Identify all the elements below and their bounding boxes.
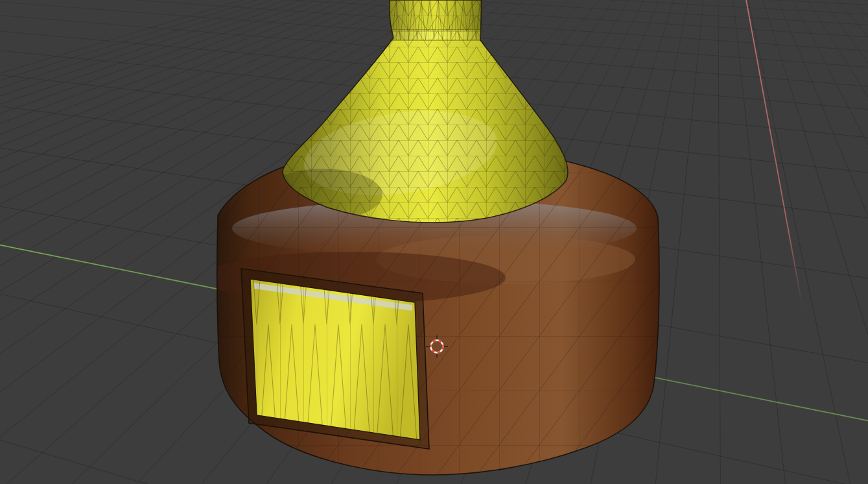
panel-wireframe: [250, 279, 420, 440]
viewport[interactable]: [0, 0, 868, 484]
viewport-canvas[interactable]: [0, 0, 868, 484]
mesh-label-panel[interactable]: [241, 269, 429, 449]
neck-top-wireframe: [382, 0, 487, 40]
